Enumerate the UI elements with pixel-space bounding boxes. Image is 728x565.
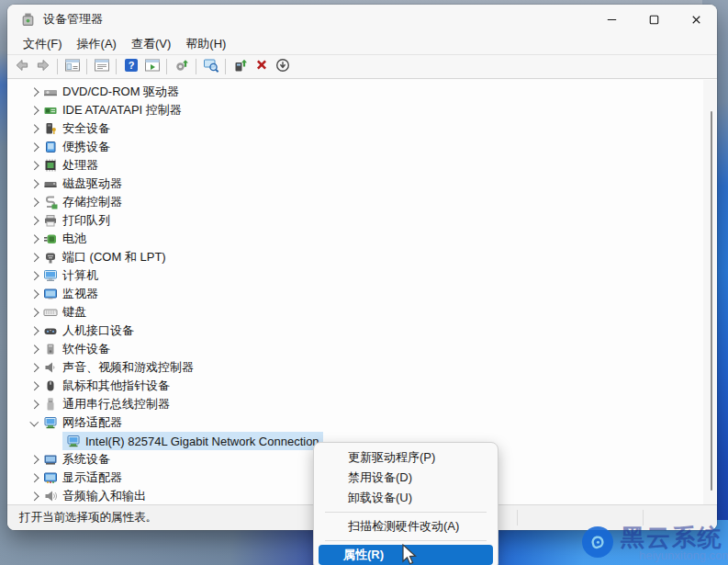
chevron-right-icon[interactable] [28, 361, 41, 375]
tree-item-label: 端口 (COM 和 LPT) [62, 249, 166, 266]
back-icon [14, 57, 30, 77]
tree-item[interactable]: 人机接口设备 [7, 322, 717, 340]
minimize-button[interactable] [590, 5, 633, 34]
chevron-right-icon[interactable] [28, 453, 41, 467]
maximize-button[interactable] [633, 5, 675, 34]
menu-action[interactable]: 操作(A) [70, 34, 124, 54]
print-queue-icon [43, 213, 58, 228]
network-adapter-icon [43, 415, 58, 430]
mouse-icon [43, 379, 58, 393]
chevron-right-icon[interactable] [28, 398, 41, 412]
title-bar: 设备管理器 [7, 5, 717, 34]
chevron-right-icon[interactable] [28, 214, 41, 228]
tree-item[interactable]: 网络适配器 [7, 413, 717, 432]
ide-controller-icon [43, 103, 58, 118]
tree-item-label: 打印队列 [62, 212, 110, 229]
context-menu-item[interactable]: 卸载设备(U) [319, 488, 493, 508]
tree-item[interactable]: 安全设备 [7, 119, 717, 138]
chevron-down-icon[interactable] [28, 416, 41, 430]
toolbar-separator [225, 59, 226, 74]
sound-controller-icon [43, 360, 58, 375]
chevron-right-icon[interactable] [28, 490, 41, 503]
tree-item-label: 处理器 [62, 157, 98, 174]
tree-item-label: 安全设备 [62, 120, 110, 137]
context-menu-item[interactable]: 禁用设备(D) [319, 468, 493, 488]
disable-device-icon [274, 57, 291, 77]
tree-item[interactable]: 软件设备 [7, 340, 717, 358]
chevron-right-icon[interactable] [28, 122, 41, 136]
tree-item[interactable]: 键盘 [7, 303, 717, 322]
menu-view[interactable]: 查看(V) [124, 34, 178, 54]
keyboard-icon [43, 305, 58, 320]
ports-icon [43, 250, 58, 265]
chevron-right-icon[interactable] [28, 104, 41, 118]
tree-item-label: 网络适配器 [62, 414, 122, 431]
update-driver-button[interactable] [230, 57, 251, 77]
search-devices-button[interactable] [200, 57, 221, 77]
tree-item[interactable]: 磁盘驱动器 [7, 175, 717, 193]
status-divider [517, 510, 518, 525]
tree-item[interactable]: IDE ATA/ATAPI 控制器 [7, 101, 717, 119]
disk-drive-icon [43, 176, 58, 191]
close-button[interactable] [675, 5, 717, 34]
tree-item-label: 磁盘驱动器 [62, 175, 122, 192]
chevron-right-icon[interactable] [28, 177, 41, 191]
scrollbar-track[interactable] [703, 80, 716, 504]
chevron-right-icon[interactable] [28, 196, 41, 209]
properties-window-button[interactable] [91, 57, 112, 77]
tree-item[interactable]: 声音、视频和游戏控制器 [7, 358, 717, 377]
console-tree-button[interactable] [62, 57, 83, 77]
action-pane-button[interactable] [141, 57, 162, 77]
forward-icon [35, 57, 51, 77]
update-driver-icon [232, 57, 249, 77]
tree-item[interactable]: 打印队列 [7, 211, 717, 230]
chevron-right-icon[interactable] [28, 471, 41, 485]
help-button[interactable]: ? [120, 57, 141, 77]
scrollbar-thumb[interactable] [711, 111, 713, 491]
chevron-right-icon[interactable] [28, 343, 41, 356]
tree-item[interactable]: 端口 (COM 和 LPT) [7, 248, 717, 266]
tree-item-label: 鼠标和其他指针设备 [62, 378, 170, 394]
back-button[interactable] [11, 57, 32, 77]
menu-file[interactable]: 文件(F) [16, 34, 70, 54]
toolbar-separator [57, 59, 58, 74]
chevron-right-icon[interactable] [28, 141, 41, 154]
chevron-right-icon[interactable] [28, 232, 41, 246]
disable-device-button[interactable] [272, 57, 293, 77]
chevron-right-icon[interactable] [28, 85, 41, 99]
security-device-icon [43, 121, 58, 136]
chevron-right-icon[interactable] [28, 159, 41, 173]
chevron-right-icon[interactable] [28, 379, 41, 393]
toolbar-separator [196, 59, 196, 74]
chevron-right-icon[interactable] [28, 306, 41, 320]
tree-item[interactable]: 鼠标和其他指针设备 [7, 377, 717, 395]
hid-icon [43, 323, 58, 338]
window-title: 设备管理器 [43, 11, 103, 28]
scan-hardware-button[interactable] [171, 57, 192, 77]
chevron-right-icon[interactable] [28, 288, 41, 301]
tree-item[interactable]: DVD/CD-ROM 驱动器 [7, 83, 717, 101]
tree-item-label: DVD/CD-ROM 驱动器 [62, 84, 179, 100]
properties-window-icon [94, 57, 110, 77]
dvd-drive-icon [43, 85, 58, 99]
system-device-icon [43, 452, 58, 467]
uninstall-device-button[interactable] [251, 57, 272, 77]
context-menu-item[interactable]: 扫描检测硬件改动(A) [319, 516, 493, 537]
context-menu-item[interactable]: 更新驱动程序(P) [319, 447, 493, 468]
tree-item[interactable]: 通用串行总线控制器 [7, 395, 717, 413]
tree-item[interactable]: 电池 [7, 230, 717, 248]
chevron-right-icon[interactable] [28, 269, 41, 283]
menu-help[interactable]: 帮助(H) [178, 34, 233, 54]
tree-item[interactable]: 监视器 [7, 285, 717, 303]
tree-item[interactable]: 计算机 [7, 266, 717, 285]
computer-icon [43, 268, 58, 283]
forward-button[interactable] [32, 57, 53, 77]
context-menu-separator [325, 512, 487, 513]
chevron-right-icon[interactable] [28, 251, 41, 265]
toolbar-separator [116, 59, 117, 74]
audio-io-icon [43, 489, 58, 503]
tree-item[interactable]: 存储控制器 [7, 193, 717, 211]
chevron-right-icon[interactable] [28, 324, 41, 338]
tree-item[interactable]: 处理器 [7, 156, 717, 175]
tree-item[interactable]: 便携设备 [7, 138, 717, 156]
